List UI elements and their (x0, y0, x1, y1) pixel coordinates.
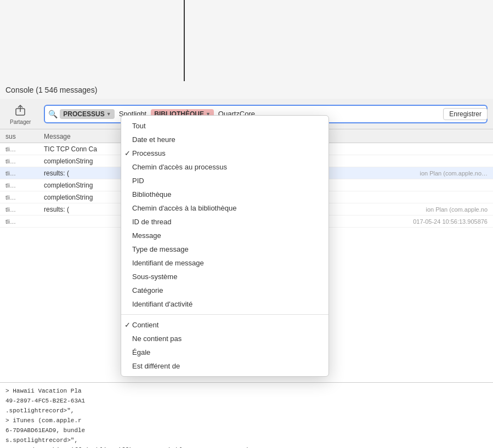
dropdown-item-label: Tout (132, 122, 146, 130)
dropdown-item-label: Type de message (132, 245, 189, 253)
dropdown-item-date[interactable]: Date et heure (121, 133, 328, 146)
process-filter-tag[interactable]: PROCESSUS ▼ (60, 109, 114, 119)
share-icon (12, 103, 29, 118)
dropdown-item-label: Identifiant d'activité (132, 300, 192, 308)
dropdown-item-chemin-processus[interactable]: Chemin d'accès au processus (121, 160, 328, 174)
dropdown-item-label: ID de thread (132, 218, 172, 226)
row-timestamp: 017-05-24 10:56:13.905876 (413, 218, 488, 225)
log-line: .spotlightrecord>", (5, 406, 488, 416)
dropdown-item-label: Bibliothèque (132, 190, 172, 199)
row-process: tli… (5, 170, 44, 177)
process-filter-label: PROCESSUS (63, 110, 104, 118)
dropdown-item-label: Ne contient pas (132, 334, 182, 343)
dropdown-section-operators: ✓ Contient Ne contient pas Égale Est dif… (121, 315, 328, 376)
dropdown-item-label: Processus (132, 149, 166, 157)
dropdown-item-ne-contient-pas[interactable]: Ne contient pas (121, 332, 328, 345)
row-detail: ion Plan (com.apple.no… (420, 170, 488, 177)
dropdown-item-label: Sous-système (132, 273, 177, 281)
dropdown-item-label: PID (132, 177, 144, 185)
dropdown-section-fields: Tout Date et heure ✓ Processus Chemin d'… (121, 116, 328, 315)
log-line: > Pasted Graphic.tiff (public.tiff): <CS… (5, 445, 488, 448)
dropdown-item-egale[interactable]: Égale (121, 345, 328, 359)
dropdown-item-pid[interactable]: PID (121, 174, 328, 188)
row-process: tli… (5, 218, 44, 225)
row-process: tli… (5, 206, 44, 213)
search-icon: 🔍 (48, 110, 58, 118)
dropdown-item-est-different[interactable]: Est différent de (121, 359, 328, 373)
check-icon: ✓ (124, 321, 131, 329)
dropdown-item-message[interactable]: Message (121, 229, 328, 242)
log-line: > Hawaii Vacation Pla (5, 386, 488, 396)
dropdown-item-processus[interactable]: ✓ Processus (121, 146, 328, 160)
col-header-process: sus (5, 133, 44, 140)
dropdown-menu: Tout Date et heure ✓ Processus Chemin d'… (121, 115, 329, 377)
row-process: tli… (5, 158, 44, 165)
dropdown-item-label: Contient (132, 321, 158, 329)
title-bar: Console (1 546 messages) (0, 81, 493, 99)
cursor-line (184, 0, 185, 81)
dropdown-item-bibliotheque[interactable]: Bibliothèque (121, 188, 328, 201)
dropdown-item-tout[interactable]: Tout (121, 119, 328, 133)
dropdown-item-type-message[interactable]: Type de message (121, 242, 328, 256)
dropdown-item-label: Message (132, 231, 161, 240)
dropdown-item-categorie[interactable]: Catégorie (121, 283, 328, 297)
dropdown-item-label: Est différent de (132, 362, 180, 370)
window-title: Console (1 546 messages) (5, 86, 97, 94)
dropdown-item-chemin-bibliotheque[interactable]: Chemin d'accès à la bibliothèque (121, 201, 328, 215)
dropdown-item-label: Date et heure (132, 135, 175, 144)
row-process: tli… (5, 182, 44, 189)
dropdown-item-contient[interactable]: ✓ Contient (121, 318, 328, 332)
check-icon: ✓ (124, 149, 131, 157)
dropdown-item-label: Égale (132, 348, 150, 356)
log-line: 6-7D9ABD61EAD9, bundle (5, 426, 488, 435)
dropdown-item-label: Catégorie (132, 286, 163, 294)
dropdown-item-label: Identifiant de message (132, 259, 204, 267)
log-line: > iTunes (com.apple.r (5, 416, 488, 426)
dropdown-item-identifiant-activite[interactable]: Identifiant d'activité (121, 297, 328, 311)
row-process: tli… (5, 194, 44, 201)
row-process: tli… (5, 146, 44, 152)
row-detail: ion Plan (com.apple.no (426, 206, 488, 213)
dropdown-item-id-thread[interactable]: ID de thread (121, 215, 328, 229)
process-filter-chevron: ▼ (106, 111, 111, 117)
log-line: s.spotlightrecord>", (5, 435, 488, 445)
dropdown-item-identifiant-message[interactable]: Identifiant de message (121, 256, 328, 270)
dropdown-item-label: Chemin d'accès à la bibliothèque (132, 204, 236, 212)
log-line: 49-2897-4FC5-B2E2-63A1 (5, 396, 488, 406)
share-label: Partager (10, 119, 31, 125)
save-button[interactable]: Enregistrer (443, 108, 488, 120)
main-window: Console (1 546 messages) Partager 🔍 PROC… (0, 0, 493, 448)
dropdown-item-sous-systeme[interactable]: Sous-système (121, 270, 328, 283)
dropdown-item-label: Chemin d'accès au processus (132, 163, 227, 171)
share-button[interactable]: Partager (5, 100, 35, 127)
log-area: > Hawaii Vacation Pla 49-2897-4FC5-B2E2-… (0, 382, 493, 448)
